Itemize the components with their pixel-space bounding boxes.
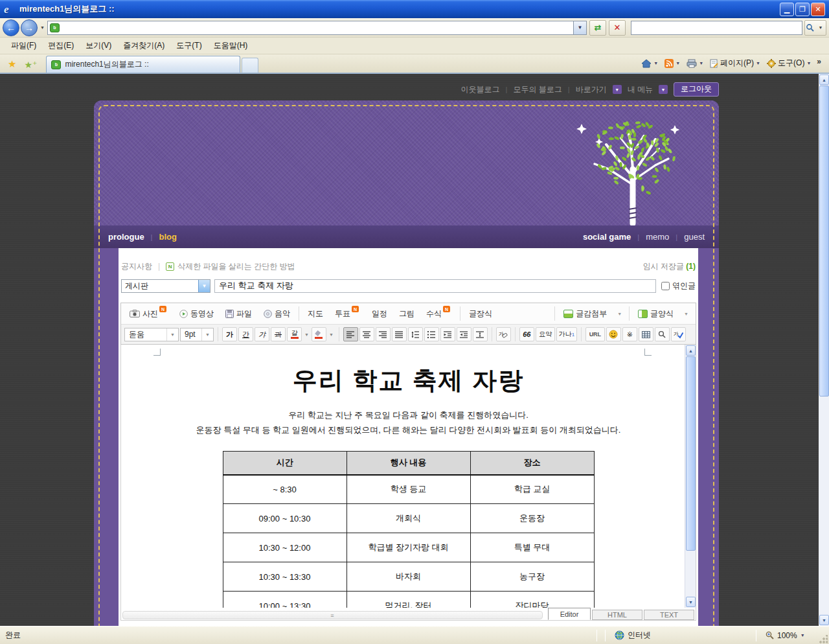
minimize-button[interactable]: ▁: [780, 3, 794, 16]
address-input[interactable]: [60, 23, 571, 32]
menu-edit[interactable]: 편집(E): [42, 38, 80, 54]
highlight-dropdown-icon[interactable]: ▼: [328, 332, 335, 337]
footnote-button[interactable]: 가나1: [556, 327, 577, 341]
tab-blog[interactable]: b mirentech1님의블로그 ::: [46, 56, 240, 73]
scrollbar-thumb[interactable]: [819, 86, 829, 397]
template-dropdown-icon[interactable]: ▼: [679, 312, 693, 316]
attach-poll-button[interactable]: 투표N: [329, 303, 366, 324]
link-neighbor-blog[interactable]: 이웃블로그: [461, 84, 500, 95]
font-color-button[interactable]: 갈: [287, 327, 302, 341]
select-arrow-icon[interactable]: ▼: [166, 328, 178, 341]
logout-button[interactable]: 로그아웃: [674, 82, 719, 97]
scroll-up-button[interactable]: ▲: [819, 75, 829, 85]
post-title-input[interactable]: [214, 279, 656, 293]
indent-button[interactable]: [457, 327, 471, 341]
trackback-checkbox[interactable]: [661, 282, 670, 290]
special-char-button[interactable]: ※: [622, 327, 637, 341]
nav-memo[interactable]: memo: [646, 232, 669, 242]
zoom-dropdown-icon[interactable]: ▼: [801, 633, 805, 638]
highlight-button[interactable]: [312, 327, 326, 341]
notice-link[interactable]: 삭제한 파일을 살리는 간단한 방법: [177, 261, 295, 272]
feeds-button[interactable]: ▼: [663, 58, 682, 69]
history-dropdown-icon[interactable]: ▼: [40, 25, 45, 30]
window-scrollbar[interactable]: ▲ ▼: [819, 74, 829, 626]
tools-menu-button[interactable]: 도구(O) ▼: [765, 56, 813, 70]
page-dropdown-icon[interactable]: ▼: [756, 61, 760, 65]
search-button[interactable]: ▼: [804, 20, 826, 36]
search-dropdown-icon[interactable]: ▼: [819, 25, 823, 30]
font-size-select[interactable]: 9pt ▼: [180, 328, 214, 341]
attach-decoration-button[interactable]: 글장식: [463, 303, 498, 324]
strikethrough-button[interactable]: 과: [271, 327, 286, 341]
line-height-button[interactable]: [408, 327, 423, 341]
link-all-blogs[interactable]: 모두의 블로그: [513, 84, 562, 95]
menu-help[interactable]: 도움말(H): [208, 38, 254, 54]
paragraph-spacing-button[interactable]: [473, 327, 488, 341]
menu-favorites[interactable]: 즐겨찾기(A): [117, 38, 170, 54]
align-left-button[interactable]: [343, 327, 358, 341]
attach-photo-button[interactable]: 사진 N: [124, 303, 174, 324]
address-dropdown-button[interactable]: ▼: [574, 21, 587, 35]
nav-guest[interactable]: guest: [684, 232, 705, 242]
align-center-button[interactable]: [359, 327, 374, 341]
find-button[interactable]: [655, 327, 670, 341]
nav-prologue[interactable]: prologue: [108, 232, 144, 242]
menu-tools[interactable]: 도구(T): [170, 38, 207, 54]
emoticon-button[interactable]: [606, 327, 621, 341]
print-button[interactable]: ▼: [685, 58, 705, 69]
new-tab-button[interactable]: [242, 58, 258, 73]
add-favorite-icon[interactable]: ★⁺: [20, 57, 41, 73]
restore-button[interactable]: ❐: [795, 3, 810, 16]
attach-drawing-button[interactable]: 그림: [393, 303, 420, 324]
summary-button[interactable]: 요약: [536, 327, 555, 341]
home-button[interactable]: ▼: [639, 58, 660, 69]
scroll-up-button[interactable]: ▲: [686, 345, 696, 356]
list-button[interactable]: [424, 327, 439, 341]
template-button[interactable]: 글양식: [632, 303, 679, 324]
theme-attach-button[interactable]: 글감첨부: [558, 303, 613, 324]
align-justify-button[interactable]: [392, 327, 407, 341]
select-arrow-icon[interactable]: ▼: [201, 328, 213, 341]
editor-canvas[interactable]: 우리 학교 축제 자랑 우리 학교는 지난 주 목요일 다음과 같이 축제를 진…: [121, 345, 696, 608]
favorites-star-icon[interactable]: ★: [4, 56, 20, 73]
draft-link[interactable]: 임시 저장글 (1): [643, 261, 696, 272]
my-menu-dropdown-icon[interactable]: ▼: [659, 85, 668, 94]
theme-dropdown-icon[interactable]: ▼: [613, 312, 626, 316]
menu-file[interactable]: 파일(F): [5, 38, 42, 54]
print-dropdown-icon[interactable]: ▼: [699, 61, 703, 65]
scrollbar-thumb[interactable]: [686, 356, 696, 551]
attach-formula-button[interactable]: 수식N: [420, 303, 457, 324]
insert-table-button[interactable]: [639, 327, 653, 341]
tools-dropdown-icon[interactable]: ▼: [806, 61, 811, 65]
address-field[interactable]: b: [47, 21, 574, 35]
remove-format-button[interactable]: 가: [496, 327, 511, 341]
back-button[interactable]: ←: [3, 19, 19, 36]
search-input[interactable]: [631, 21, 802, 35]
align-right-button[interactable]: [376, 327, 391, 341]
bold-button[interactable]: 가: [222, 327, 237, 341]
outdent-button[interactable]: [440, 327, 455, 341]
notice-label[interactable]: 공지사항: [121, 261, 152, 272]
attach-schedule-button[interactable]: 일정: [366, 303, 393, 324]
category-select[interactable]: 게시판 ▼: [121, 279, 210, 293]
attach-map-button[interactable]: 지도: [302, 303, 329, 324]
underline-button[interactable]: 간: [238, 327, 253, 341]
page-menu-button[interactable]: 페이지(P) ▼: [708, 56, 762, 70]
zoom-control[interactable]: 100% ▼: [760, 631, 819, 640]
shortcut-dropdown-icon[interactable]: ▼: [613, 85, 622, 94]
spellcheck-button[interactable]: 가: [671, 327, 686, 341]
refresh-button[interactable]: ⇄: [589, 20, 606, 36]
font-color-dropdown-icon[interactable]: ▼: [303, 332, 310, 337]
tab-editor-mode[interactable]: Editor: [548, 608, 591, 620]
url-button[interactable]: URL: [585, 327, 605, 341]
font-family-select[interactable]: 돋움 ▼: [124, 328, 179, 341]
attach-music-button[interactable]: 음악: [258, 303, 296, 324]
tab-text-mode[interactable]: TEXT: [644, 610, 694, 620]
menu-view[interactable]: 보기(V): [80, 38, 117, 54]
stop-button[interactable]: ✕: [609, 20, 626, 36]
home-dropdown-icon[interactable]: ▼: [653, 61, 658, 65]
attach-video-button[interactable]: 동영상: [174, 303, 220, 324]
tab-html-mode[interactable]: HTML: [592, 610, 642, 620]
forward-button[interactable]: →: [21, 19, 38, 36]
italic-button[interactable]: 갸: [255, 327, 269, 341]
